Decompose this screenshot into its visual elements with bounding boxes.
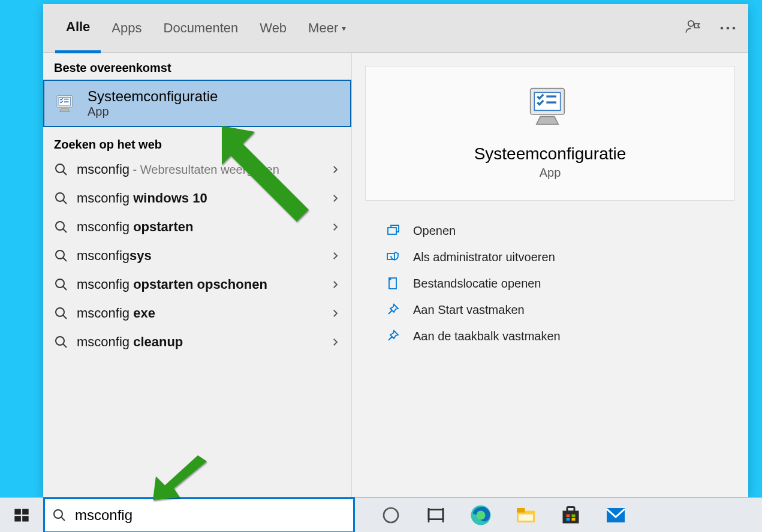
svg-rect-32 [22, 509, 28, 515]
web-result-2[interactable]: msconfig opstarten [43, 213, 351, 241]
svg-rect-50 [567, 518, 570, 521]
task-view-icon[interactable] [424, 503, 448, 527]
svg-point-1 [721, 27, 724, 30]
svg-point-18 [56, 308, 64, 316]
detail-title: Systeemconfiguratie [366, 144, 734, 164]
tab-more[interactable]: Meer [297, 5, 357, 52]
action-label: Bestandslocatie openen [413, 277, 541, 291]
best-match-header: Beste overeenkomst [43, 53, 351, 78]
svg-point-42 [477, 511, 486, 520]
svg-point-0 [688, 21, 694, 26]
detail-app-icon [526, 84, 574, 132]
file-explorer-icon[interactable] [514, 503, 538, 527]
msconfig-app-icon [55, 93, 77, 114]
svg-rect-34 [22, 516, 28, 521]
web-result-3[interactable]: msconfigsys [43, 241, 351, 270]
shield-run-icon [385, 250, 400, 264]
web-result-4[interactable]: msconfig opstarten opschonen [43, 270, 351, 299]
best-match-subtitle: App [88, 105, 218, 119]
open-icon [385, 223, 400, 238]
web-result-label: msconfig - Webresultaten weergeven [77, 162, 330, 177]
action-run-admin[interactable]: Als administrator uitvoeren [376, 244, 724, 270]
feedback-icon[interactable] [685, 18, 701, 37]
chevron-right-icon [330, 193, 341, 204]
search-icon [54, 220, 68, 234]
svg-rect-44 [517, 508, 525, 513]
tab-apps[interactable]: Apps [101, 5, 152, 52]
action-open[interactable]: Openen [376, 217, 724, 244]
chevron-right-icon [330, 164, 341, 175]
chevron-right-icon [330, 279, 341, 290]
svg-line-17 [63, 286, 67, 290]
svg-point-37 [384, 508, 398, 522]
search-icon [54, 162, 68, 177]
action-label: Als administrator uitvoeren [413, 250, 555, 264]
svg-point-35 [54, 510, 62, 518]
cortana-icon[interactable] [379, 503, 403, 527]
svg-rect-33 [14, 516, 20, 521]
pin-icon [385, 303, 400, 317]
start-button[interactable] [0, 498, 43, 532]
svg-line-21 [63, 344, 67, 347]
web-result-0[interactable]: msconfig - Webresultaten weergeven [43, 155, 351, 184]
svg-point-2 [727, 27, 730, 30]
search-icon [54, 335, 68, 349]
tab-documents[interactable]: Documenten [153, 5, 249, 52]
svg-line-13 [63, 229, 67, 232]
svg-line-9 [63, 171, 67, 175]
action-open-location[interactable]: Bestandslocatie openen [376, 270, 724, 297]
more-options-icon[interactable] [719, 22, 736, 33]
tab-web[interactable]: Web [249, 5, 297, 52]
svg-point-14 [56, 250, 64, 259]
action-label: Openen [413, 224, 456, 238]
svg-rect-26 [388, 228, 396, 234]
chevron-right-icon [330, 250, 341, 261]
web-result-label: msconfig cleanup [77, 334, 330, 350]
web-result-label: msconfig opstarten opschonen [77, 277, 330, 292]
microsoft-store-icon[interactable] [559, 503, 583, 527]
search-icon [54, 277, 68, 292]
search-icon [52, 508, 67, 522]
edge-browser-icon[interactable] [469, 503, 493, 527]
svg-point-20 [56, 337, 64, 345]
action-label: Aan Start vastmaken [413, 303, 525, 317]
svg-rect-46 [563, 511, 579, 524]
svg-point-3 [733, 27, 736, 30]
web-result-label: msconfig exe [77, 306, 330, 321]
svg-rect-49 [572, 515, 576, 518]
svg-point-8 [56, 164, 64, 173]
chevron-right-icon [330, 222, 341, 232]
tab-all[interactable]: Alle [55, 4, 101, 53]
taskbar-search-input[interactable] [43, 497, 355, 532]
taskbar [0, 497, 762, 532]
chevron-right-icon [330, 337, 341, 347]
web-result-6[interactable]: msconfig cleanup [43, 328, 351, 356]
svg-rect-48 [567, 515, 570, 518]
search-icon [54, 249, 68, 263]
web-result-label: msconfig opstarten [77, 219, 330, 235]
svg-rect-23 [534, 92, 560, 110]
web-result-label: msconfig windows 10 [77, 191, 330, 206]
tab-more-label: Meer [308, 20, 338, 36]
svg-rect-38 [429, 510, 443, 519]
action-pin-start[interactable]: Aan Start vastmaken [376, 297, 724, 323]
action-pin-taskbar[interactable]: Aan de taakbalk vastmaken [376, 323, 724, 349]
mail-icon[interactable] [604, 503, 628, 527]
svg-line-15 [63, 258, 67, 261]
folder-icon [385, 276, 400, 291]
svg-rect-31 [14, 509, 20, 515]
web-result-5[interactable]: msconfig exe [43, 299, 351, 328]
svg-line-19 [63, 315, 67, 319]
search-field[interactable] [74, 506, 353, 524]
best-match-item[interactable]: Systeemconfiguratie App [43, 80, 351, 127]
windows-logo-icon [13, 507, 30, 524]
web-result-1[interactable]: msconfig windows 10 [43, 184, 351, 213]
best-match-title: Systeemconfiguratie [88, 88, 218, 105]
svg-rect-47 [567, 507, 574, 512]
search-icon [54, 191, 68, 205]
svg-rect-45 [519, 515, 533, 521]
svg-point-12 [56, 222, 64, 230]
svg-line-36 [61, 517, 65, 521]
chevron-right-icon [330, 308, 341, 319]
caret-down-icon [342, 23, 346, 33]
